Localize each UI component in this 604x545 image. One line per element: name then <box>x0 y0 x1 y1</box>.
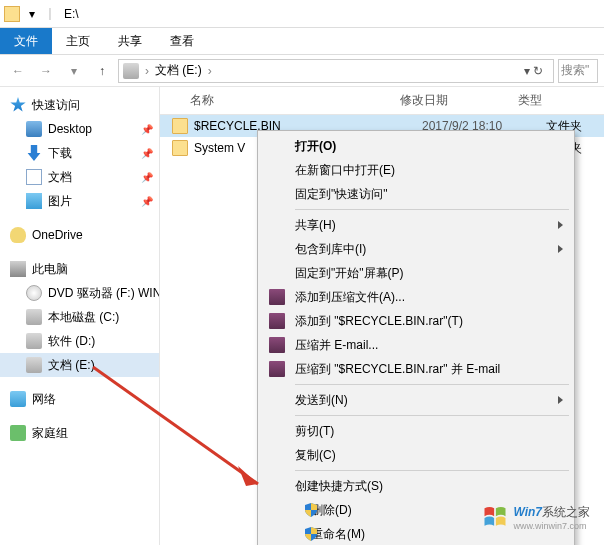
menu-include-library[interactable]: 包含到库中(I) <box>261 237 571 261</box>
sidebar-item-downloads[interactable]: 下载📌 <box>0 141 159 165</box>
menu-zip-email[interactable]: 压缩并 E-mail... <box>261 333 571 357</box>
nav-pane: 快速访问 Desktop📌 下载📌 文档📌 图片📌 OneDrive 此电脑 D… <box>0 87 160 545</box>
menu-cut[interactable]: 剪切(T) <box>261 419 571 443</box>
sidebar-item-drive-d[interactable]: 软件 (D:) <box>0 329 159 353</box>
menu-label: 发送到(N) <box>295 392 348 409</box>
refresh-dropdown[interactable]: ▾ ↻ <box>518 64 549 78</box>
sidebar-label: OneDrive <box>32 228 83 242</box>
watermark-suffix: 系统之家 <box>542 505 590 519</box>
chevron-right-icon <box>558 396 563 404</box>
chevron-right-icon <box>558 221 563 229</box>
menu-add-archive-named[interactable]: 添加到 "$RECYCLE.BIN.rar"(T) <box>261 309 571 333</box>
sidebar-label: DVD 驱动器 (F:) WIN <box>48 285 160 302</box>
sidebar-item-quick-access[interactable]: 快速访问 <box>0 93 159 117</box>
drive-icon <box>26 357 42 373</box>
sidebar-item-documents[interactable]: 文档📌 <box>0 165 159 189</box>
dvd-icon <box>26 285 42 301</box>
sidebar-item-drive-c[interactable]: 本地磁盘 (C:) <box>0 305 159 329</box>
folder-icon <box>172 118 188 134</box>
window-title: E:\ <box>60 7 79 21</box>
sidebar-item-desktop[interactable]: Desktop📌 <box>0 117 159 141</box>
search-input[interactable]: 搜索" <box>558 59 598 83</box>
sidebar-label: 下载 <box>48 145 72 162</box>
chevron-right-icon[interactable]: › <box>143 64 151 78</box>
minimize-overlay: ｜ <box>44 5 56 22</box>
nav-back-button[interactable]: ← <box>6 59 30 83</box>
menu-share[interactable]: 共享(H) <box>261 213 571 237</box>
sidebar-label: 文档 <box>48 169 72 186</box>
shield-icon <box>303 526 319 542</box>
tab-share[interactable]: 共享 <box>104 28 156 54</box>
breadcrumb-item[interactable]: 文档 (E:) <box>155 62 202 79</box>
menu-label: 压缩到 "$RECYCLE.BIN.rar" 并 E-mail <box>295 361 500 378</box>
sidebar-label: 软件 (D:) <box>48 333 95 350</box>
menu-pin-start[interactable]: 固定到"开始"屏幕(P) <box>261 261 571 285</box>
homegroup-icon <box>10 425 26 441</box>
windows-logo-icon <box>481 503 509 531</box>
col-name[interactable]: 名称 <box>190 92 400 109</box>
breadcrumb[interactable]: › 文档 (E:) › ▾ ↻ <box>118 59 554 83</box>
menu-label: 共享(H) <box>295 217 336 234</box>
document-icon <box>26 169 42 185</box>
chevron-right-icon <box>558 245 563 253</box>
rar-icon <box>269 313 285 329</box>
onedrive-icon <box>10 227 26 243</box>
sidebar-label: 快速访问 <box>32 97 80 114</box>
drive-icon <box>26 309 42 325</box>
menu-open-new-window[interactable]: 在新窗口中打开(E) <box>261 158 571 182</box>
drive-icon <box>26 333 42 349</box>
pin-icon: 📌 <box>141 148 153 159</box>
sidebar-label: 网络 <box>32 391 56 408</box>
menu-zip-email-named[interactable]: 压缩到 "$RECYCLE.BIN.rar" 并 E-mail <box>261 357 571 381</box>
shield-icon <box>303 502 319 518</box>
sidebar-label: Desktop <box>48 122 92 136</box>
pc-icon <box>10 261 26 277</box>
sidebar-label: 此电脑 <box>32 261 68 278</box>
pin-icon: 📌 <box>141 172 153 183</box>
sidebar-label: 图片 <box>48 193 72 210</box>
menu-open[interactable]: 打开(O) <box>261 134 571 158</box>
tab-file[interactable]: 文件 <box>0 28 52 54</box>
pin-icon: 📌 <box>141 124 153 135</box>
menu-pin-quick-access[interactable]: 固定到"快速访问" <box>261 182 571 206</box>
folder-icon <box>4 6 20 22</box>
sidebar-item-dvd[interactable]: DVD 驱动器 (F:) WIN <box>0 281 159 305</box>
menu-add-archive[interactable]: 添加到压缩文件(A)... <box>261 285 571 309</box>
sidebar-label: 文档 (E:) <box>48 357 95 374</box>
star-icon <box>10 97 26 113</box>
sidebar-item-network[interactable]: 网络 <box>0 387 159 411</box>
menu-label: 包含到库中(I) <box>295 241 366 258</box>
menu-label: 压缩并 E-mail... <box>295 337 378 354</box>
pictures-icon <box>26 193 42 209</box>
sidebar-item-onedrive[interactable]: OneDrive <box>0 223 159 247</box>
sidebar-item-pictures[interactable]: 图片📌 <box>0 189 159 213</box>
menu-separator <box>295 209 569 210</box>
menu-send-to[interactable]: 发送到(N) <box>261 388 571 412</box>
chevron-right-icon[interactable]: › <box>206 64 214 78</box>
tab-view[interactable]: 查看 <box>156 28 208 54</box>
menu-label: 复制(C) <box>295 447 336 464</box>
sidebar-item-homegroup[interactable]: 家庭组 <box>0 421 159 445</box>
sidebar-label: 本地磁盘 (C:) <box>48 309 119 326</box>
tab-home[interactable]: 主页 <box>52 28 104 54</box>
qat-down-icon[interactable]: ▾ <box>24 7 40 21</box>
menu-label: 重命名(M) <box>311 526 365 543</box>
rar-icon <box>269 361 285 377</box>
col-type[interactable]: 类型 <box>518 92 562 109</box>
drive-icon <box>123 63 139 79</box>
menu-label: 固定到"开始"屏幕(P) <box>295 265 404 282</box>
watermark-url: www.winwin7.com <box>513 521 590 531</box>
menu-label: 固定到"快速访问" <box>295 186 388 203</box>
menu-label: 打开(O) <box>295 138 336 155</box>
nav-history-button[interactable]: ▾ <box>62 59 86 83</box>
menu-copy[interactable]: 复制(C) <box>261 443 571 467</box>
menu-label: 添加到 "$RECYCLE.BIN.rar"(T) <box>295 313 463 330</box>
nav-up-button[interactable]: ↑ <box>90 59 114 83</box>
menu-create-shortcut[interactable]: 创建快捷方式(S) <box>261 474 571 498</box>
menu-label: 添加到压缩文件(A)... <box>295 289 405 306</box>
ribbon-tabs: 文件 主页 共享 查看 <box>0 28 604 55</box>
pin-icon: 📌 <box>141 196 153 207</box>
sidebar-item-drive-e[interactable]: 文档 (E:) <box>0 353 159 377</box>
col-date[interactable]: 修改日期 <box>400 92 518 109</box>
sidebar-item-this-pc[interactable]: 此电脑 <box>0 257 159 281</box>
